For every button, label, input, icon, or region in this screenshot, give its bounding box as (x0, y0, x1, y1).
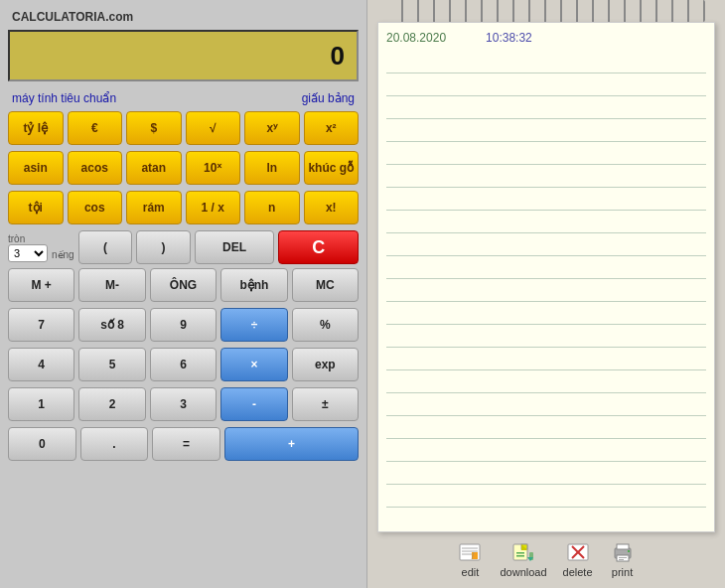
notepad-header: 20.08.2020 10:38:32 (386, 31, 706, 45)
btn-log[interactable]: khúc gỗ (304, 151, 360, 185)
btn-9[interactable]: 9 (150, 308, 217, 342)
standard-calc-link[interactable]: máy tính tiêu chuẩn (12, 91, 116, 105)
btn-sin[interactable]: tội (8, 191, 64, 224)
print-button[interactable]: print (609, 540, 637, 578)
edit-button[interactable]: edit (456, 540, 484, 578)
button-row-7: 4 5 6 × exp (8, 348, 359, 381)
btn-ln[interactable]: ln (244, 151, 300, 185)
btn-ms[interactable]: bệnh (220, 268, 287, 302)
notepad-lines[interactable] (386, 51, 706, 523)
btn-0[interactable]: 0 (8, 427, 76, 461)
btn-dot[interactable]: . (80, 427, 149, 461)
btn-multiply[interactable]: × (220, 348, 287, 381)
btn-1x[interactable]: 1 / x (186, 191, 241, 224)
delete-icon (564, 540, 592, 564)
button-row-1: tỷ lệ € $ √ xʸ x² (8, 111, 359, 145)
delete-button[interactable]: delete (563, 540, 593, 578)
btn-euro[interactable]: € (68, 111, 123, 145)
btn-plusminus[interactable]: ± (292, 387, 359, 421)
download-icon (509, 540, 537, 564)
btn-del[interactable]: DEL (195, 230, 275, 264)
btn-5[interactable]: 5 (78, 348, 145, 381)
tron-label: tròn 3 0 1 2 4 5 (8, 233, 48, 262)
svg-rect-17 (617, 544, 629, 549)
notepad-paper: 20.08.2020 10:38:32 (377, 22, 715, 532)
edit-icon (456, 540, 484, 564)
notepad-time: 10:38:32 (486, 31, 532, 45)
button-row-9: 0 . = + (8, 427, 359, 461)
tron-text: tròn (8, 233, 25, 244)
download-button[interactable]: download (500, 540, 546, 578)
display-value: 0 (331, 41, 345, 72)
btn-subtract[interactable]: - (220, 387, 287, 421)
btn-close-paren[interactable]: ) (136, 230, 190, 264)
btn-asin[interactable]: asin (8, 151, 64, 185)
btn-add[interactable]: + (224, 427, 359, 461)
button-row-5: M + M- ÔNG bệnh MC (8, 268, 359, 302)
tron-select[interactable]: 3 0 1 2 4 5 (8, 244, 48, 262)
btn-mc[interactable]: MC (292, 268, 359, 302)
button-row-3: tội cos rám 1 / x n x! (8, 191, 359, 224)
btn-x2[interactable]: x² (304, 111, 360, 145)
btn-3[interactable]: 3 (150, 387, 217, 421)
btn-divide[interactable]: ÷ (220, 308, 287, 342)
download-label: download (500, 566, 546, 578)
btn-7[interactable]: 7 (8, 308, 74, 342)
btn-fact[interactable]: x! (304, 191, 360, 224)
tron-row: tròn 3 0 1 2 4 5 nếng ( ) DEL C (8, 230, 359, 264)
button-row-6: 7 số 8 9 ÷ % (8, 308, 359, 342)
btn-n[interactable]: n (244, 191, 300, 224)
btn-ratio[interactable]: tỷ lệ (8, 111, 64, 145)
notepad-toolbar: edit download (377, 532, 715, 578)
calc-links: máy tính tiêu chuẩn giấu bảng (8, 89, 359, 107)
btn-6[interactable]: 6 (150, 348, 217, 381)
notepad-spiral (387, 0, 705, 22)
calc-title: CALCULATORIA.com (8, 8, 359, 26)
button-row-8: 1 2 3 - ± (8, 387, 359, 421)
btn-tan[interactable]: rám (126, 191, 182, 224)
hide-link[interactable]: giấu bảng (302, 91, 355, 105)
btn-exp[interactable]: exp (292, 348, 359, 381)
calc-display: 0 (8, 30, 359, 81)
btn-dollar[interactable]: $ (126, 111, 182, 145)
svg-rect-10 (516, 555, 524, 557)
btn-acos[interactable]: acos (68, 151, 123, 185)
btn-xy[interactable]: xʸ (244, 111, 300, 145)
print-label: print (612, 566, 633, 578)
button-row-2: asin acos atan 10ˣ ln khúc gỗ (8, 151, 359, 185)
neng-label: nếng (52, 249, 74, 260)
svg-rect-19 (619, 557, 627, 558)
btn-10x[interactable]: 10ˣ (186, 151, 241, 185)
btn-cos[interactable]: cos (68, 191, 123, 224)
svg-rect-9 (516, 552, 524, 554)
delete-label: delete (563, 566, 593, 578)
btn-m-minus[interactable]: M- (78, 268, 145, 302)
btn-2[interactable]: 2 (78, 387, 145, 421)
notepad: 20.08.2020 10:38:32 edit (367, 0, 725, 588)
btn-equals[interactable]: = (152, 427, 220, 461)
btn-atan[interactable]: atan (126, 151, 182, 185)
calculator: CALCULATORIA.com 0 máy tính tiêu chuẩn g… (0, 0, 367, 588)
svg-point-21 (628, 550, 630, 552)
btn-clear[interactable]: C (278, 230, 359, 264)
btn-m-plus[interactable]: M + (8, 268, 74, 302)
btn-mr[interactable]: ÔNG (150, 268, 217, 302)
edit-label: edit (462, 566, 480, 578)
btn-sqrt[interactable]: √ (186, 111, 241, 145)
btn-4[interactable]: 4 (8, 348, 74, 381)
print-icon (609, 540, 637, 564)
btn-8[interactable]: số 8 (78, 308, 145, 342)
svg-rect-20 (619, 559, 624, 560)
notepad-date: 20.08.2020 (386, 31, 446, 45)
btn-1[interactable]: 1 (8, 387, 74, 421)
btn-open-paren[interactable]: ( (78, 230, 132, 264)
btn-percent[interactable]: % (292, 308, 359, 342)
